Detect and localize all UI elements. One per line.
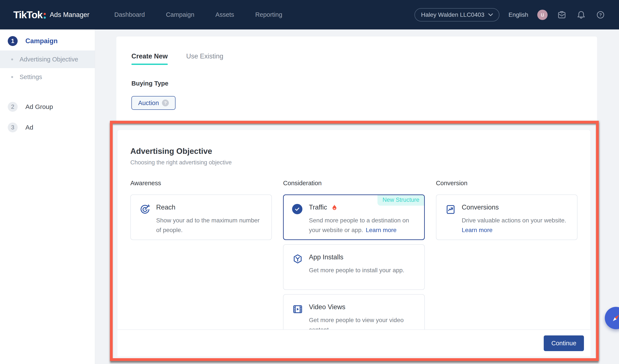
section-subtitle: Choosing the right advertising objective bbox=[130, 159, 577, 166]
nav-link-assets[interactable]: Assets bbox=[215, 11, 234, 18]
account-name: Haley Walden LLC0403 bbox=[421, 11, 484, 18]
film-play-icon bbox=[292, 303, 303, 329]
message-center-icon bbox=[557, 10, 567, 20]
continue-button[interactable]: Continue bbox=[544, 336, 584, 351]
product-name: Ads Manager bbox=[50, 11, 89, 19]
tiktok-ads-manager-app: TikTok Ads Manager Dashboard Campaign As… bbox=[0, 0, 619, 364]
flame-icon bbox=[331, 204, 338, 211]
sidebar-item-advertising-objective[interactable]: Advertising Objective bbox=[0, 51, 95, 68]
tab-use-existing[interactable]: Use Existing bbox=[186, 53, 223, 65]
column-header: Consideration bbox=[283, 180, 424, 187]
column-consideration: Consideration New Structure bbox=[283, 180, 424, 329]
highlight-frame: Advertising Objective Choosing the right… bbox=[110, 121, 599, 361]
card-title: App Installs bbox=[309, 253, 343, 261]
step-1-label: Campaign bbox=[25, 37, 58, 45]
campaign-steps-sidebar: 1 Campaign Advertising Objective Setting… bbox=[0, 29, 95, 364]
auction-label: Auction bbox=[138, 99, 159, 107]
help-icon: ? bbox=[596, 10, 605, 20]
language-selector[interactable]: English bbox=[508, 11, 528, 18]
step-1-circle: 1 bbox=[8, 36, 18, 46]
card-title: Video Views bbox=[309, 303, 345, 311]
bullet-dot-icon bbox=[11, 58, 13, 60]
column-header: Conversion bbox=[436, 180, 577, 187]
card-title: Reach bbox=[156, 203, 175, 211]
section-title: Advertising Objective bbox=[130, 130, 577, 156]
campaign-setup-card: Create New Use Existing Buying Type Auct… bbox=[116, 37, 597, 129]
nav-link-dashboard[interactable]: Dashboard bbox=[114, 11, 145, 18]
card-body: App Installs Get more people to install … bbox=[309, 253, 416, 289]
buying-type-label: Buying Type bbox=[131, 80, 597, 87]
step-3-label: Ad bbox=[25, 124, 33, 131]
notification-bell-icon bbox=[576, 10, 586, 20]
learn-more-link[interactable]: Learn more bbox=[366, 227, 396, 233]
svg-text:?: ? bbox=[599, 12, 602, 17]
tiktok-logo: TikTok bbox=[13, 9, 42, 21]
substep-label: Settings bbox=[20, 73, 42, 81]
buying-type-auction-button[interactable]: Auction ? bbox=[131, 96, 175, 110]
trend-up-icon bbox=[445, 203, 456, 240]
navbar-right-cluster: Haley Walden LLC0403 English u bbox=[414, 8, 606, 22]
card-title: Traffic bbox=[309, 203, 327, 211]
card-body: Conversions Drive valuable actions on yo… bbox=[462, 203, 569, 240]
sidebar-item-settings[interactable]: Settings bbox=[0, 68, 95, 86]
objective-card-conversions[interactable]: Conversions Drive valuable actions on yo… bbox=[436, 194, 577, 240]
nav-links: Dashboard Campaign Assets Reporting bbox=[114, 11, 282, 18]
objective-card-traffic[interactable]: New Structure bbox=[283, 194, 424, 240]
card-body: Traffic Send more people to a destinatio… bbox=[309, 203, 416, 239]
column-conversion: Conversion Conv bbox=[436, 180, 577, 329]
chevron-down-icon bbox=[488, 13, 493, 16]
nav-link-reporting[interactable]: Reporting bbox=[255, 11, 282, 18]
wizard-footer: Continue bbox=[117, 330, 591, 356]
column-awareness: Awareness bbox=[130, 180, 272, 329]
step-2-label: Ad Group bbox=[25, 103, 53, 110]
notifications-button[interactable] bbox=[576, 10, 586, 20]
tab-create-new[interactable]: Create New bbox=[131, 53, 168, 65]
card-description: Get more people to view your video conte… bbox=[309, 315, 416, 329]
step-2-circle: 2 bbox=[8, 102, 18, 112]
account-selector[interactable]: Haley Walden LLC0403 bbox=[414, 8, 499, 22]
target-arrow-icon bbox=[139, 203, 151, 240]
card-description: Get more people to install your app. bbox=[309, 265, 416, 275]
sidebar-step-ad-group[interactable]: 2 Ad Group bbox=[0, 97, 95, 117]
objective-columns: Awareness bbox=[130, 180, 577, 329]
question-circle-icon[interactable]: ? bbox=[162, 99, 169, 106]
card-body: Reach Show your ad to the maximum number… bbox=[156, 203, 264, 240]
learn-more-link[interactable]: Learn more bbox=[462, 227, 492, 233]
new-structure-badge: New Structure bbox=[378, 195, 424, 206]
objective-card-app-installs[interactable]: App Installs Get more people to install … bbox=[283, 244, 424, 290]
advertising-objective-card: Advertising Objective Choosing the right… bbox=[117, 130, 591, 329]
card-body: Video Views Get more people to view your… bbox=[309, 303, 416, 329]
top-navbar: TikTok Ads Manager Dashboard Campaign As… bbox=[0, 0, 619, 29]
compass-needle-icon bbox=[610, 312, 619, 324]
highlight-frame-inner: Advertising Objective Choosing the right… bbox=[113, 123, 596, 358]
card-description: Drive valuable actions on your website. bbox=[462, 217, 566, 224]
column-header: Awareness bbox=[130, 180, 272, 187]
campaign-mode-tabs: Create New Use Existing bbox=[131, 53, 597, 65]
avatar-initial: u bbox=[541, 11, 544, 18]
bullet-dot-icon bbox=[11, 76, 13, 78]
sidebar-step-campaign[interactable]: 1 Campaign bbox=[0, 32, 95, 51]
avatar[interactable]: u bbox=[537, 10, 548, 20]
main-content: Create New Use Existing Buying Type Auct… bbox=[95, 29, 619, 364]
step-3-circle: 3 bbox=[8, 122, 18, 132]
substep-label: Advertising Objective bbox=[20, 56, 78, 63]
nav-link-campaign[interactable]: Campaign bbox=[166, 11, 194, 18]
card-description: Show your ad to the maximum number of pe… bbox=[156, 216, 264, 235]
sidebar-step-ad[interactable]: 3 Ad bbox=[0, 118, 95, 137]
card-title: Conversions bbox=[462, 203, 499, 211]
message-center-button[interactable] bbox=[557, 10, 567, 20]
objective-card-reach[interactable]: Reach Show your ad to the maximum number… bbox=[130, 194, 272, 240]
brand[interactable]: TikTok Ads Manager bbox=[13, 9, 89, 21]
hexagon-y-icon bbox=[292, 253, 303, 289]
check-circle-icon bbox=[292, 203, 303, 239]
tiktok-logo-colon bbox=[44, 13, 46, 19]
help-button[interactable]: ? bbox=[595, 10, 606, 20]
objective-card-video-views[interactable]: Video Views Get more people to view your… bbox=[283, 294, 424, 329]
